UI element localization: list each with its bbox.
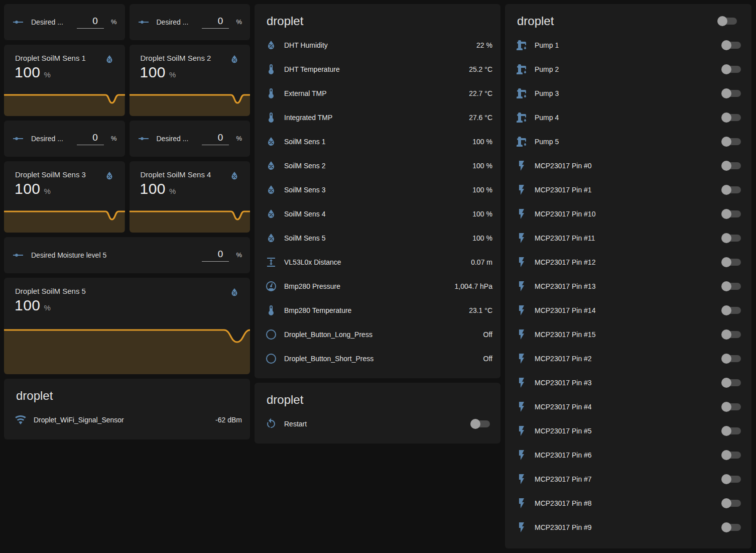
switch-name: MCP23017 Pin #11 (535, 234, 717, 242)
entity-row[interactable]: External TMP 22.7 °C (255, 81, 500, 105)
toggle-switch[interactable] (723, 524, 741, 531)
flash-icon (516, 304, 528, 316)
toggle-switch[interactable] (723, 259, 741, 266)
entity-row[interactable]: Restart (255, 412, 500, 436)
toggle-switch[interactable] (723, 114, 741, 121)
switch-row[interactable]: MCP23017 Pin #3 (505, 371, 751, 395)
entity-value: Off (483, 355, 492, 363)
switch-row[interactable]: Pump 5 (505, 130, 751, 154)
toggle-switch[interactable] (723, 452, 741, 459)
switch-name: MCP23017 Pin #13 (535, 282, 717, 290)
switch-row[interactable]: Pump 1 (505, 33, 751, 57)
toggle-switch[interactable] (723, 66, 741, 73)
entity-row[interactable]: Droplet_Button_Long_Press Off (255, 322, 500, 347)
switch-row[interactable]: MCP23017 Pin #4 (505, 395, 751, 419)
toggle-switch[interactable] (472, 420, 490, 427)
sensor-history-graph (4, 328, 250, 374)
radiobox-blank-icon (265, 328, 277, 341)
sensor-value: 100 (15, 297, 41, 314)
entity-row[interactable]: Integrated TMP 27.6 °C (255, 105, 500, 130)
switch-name: Pump 3 (535, 89, 717, 97)
toggle-switch[interactable] (723, 138, 741, 145)
switch-row[interactable]: MCP23017 Pin #5 (505, 419, 751, 443)
thermometer-icon (265, 63, 277, 75)
water-percent-icon (229, 170, 240, 181)
soil-sensor-card-5[interactable]: Droplet SoilM Sens 5 100 % (4, 278, 250, 374)
switch-row[interactable]: MCP23017 Pin #2 (505, 347, 751, 371)
restart-icon (265, 418, 277, 430)
entity-row[interactable]: DHT Humidity 22 % (255, 33, 500, 57)
toggle-switch[interactable] (723, 42, 741, 49)
switch-row[interactable]: MCP23017 Pin #1 (505, 178, 751, 202)
entity-value: 23.1 °C (469, 306, 492, 314)
card-header: droplet (4, 379, 250, 408)
switch-name: MCP23017 Pin #15 (535, 330, 717, 339)
desired-value-input[interactable]: 0 (202, 132, 229, 145)
toggle-switch[interactable] (723, 210, 741, 217)
soil-sensor-card-1[interactable]: Droplet SoilM Sens 1 100 % (4, 45, 125, 116)
switch-row[interactable]: MCP23017 Pin #13 (505, 274, 751, 298)
switch-row[interactable]: MCP23017 Pin #15 (505, 322, 751, 347)
soil-sensor-card-3[interactable]: Droplet SoilM Sens 3 100 % (4, 161, 125, 233)
flash-icon (516, 328, 528, 341)
toggle-switch[interactable] (723, 90, 741, 97)
switch-row[interactable]: MCP23017 Pin #0 (505, 154, 751, 178)
entity-row[interactable]: Droplet_Button_Short_Press Off (255, 347, 500, 371)
flash-icon (516, 377, 528, 389)
entity-row[interactable]: SoilM Sens 5 100 % (255, 226, 500, 250)
card-title: droplet (517, 14, 713, 28)
entity-row[interactable]: SoilM Sens 2 100 % (255, 154, 500, 178)
entity-row[interactable]: DHT Temperature 25.2 °C (255, 57, 500, 81)
toggle-switch[interactable] (723, 283, 741, 290)
desired-value-input[interactable]: 0 (77, 16, 104, 29)
toggle-all-switch[interactable] (719, 18, 737, 25)
toggle-switch[interactable] (723, 427, 741, 434)
switch-row[interactable]: MCP23017 Pin #9 (505, 515, 751, 539)
toggle-switch[interactable] (723, 307, 741, 314)
toggle-switch[interactable] (723, 476, 741, 483)
toggle-switch[interactable] (723, 403, 741, 410)
switch-row[interactable]: MCP23017 Pin #10 (505, 202, 751, 226)
entity-row[interactable]: Bmp280 Pressure 1,004.7 hPa (255, 274, 500, 298)
entity-name: Bmp280 Pressure (284, 282, 448, 290)
desired-value-input[interactable]: 0 (202, 249, 229, 262)
switch-row[interactable]: Pump 2 (505, 57, 751, 81)
desired-value-input[interactable]: 0 (77, 132, 104, 145)
entity-row[interactable]: Droplet_WiFi_Signal_Sensor -62 dBm (4, 408, 250, 432)
switch-name: MCP23017 Pin #2 (535, 355, 717, 363)
desired-label: Desired Moisture level 5 (31, 251, 195, 259)
sensor-value: 100 (15, 180, 41, 197)
card-title: droplet (267, 14, 488, 28)
water-pump-icon (516, 112, 528, 124)
entity-row[interactable]: VL53L0x Distance 0.07 m (255, 250, 500, 274)
switch-row[interactable]: MCP23017 Pin #11 (505, 226, 751, 250)
switch-row[interactable]: MCP23017 Pin #8 (505, 491, 751, 515)
entity-name: DHT Humidity (284, 41, 470, 49)
desired-moisture-card-5: Desired Moisture level 5 0 % (4, 237, 250, 273)
switch-row[interactable]: MCP23017 Pin #7 (505, 467, 751, 491)
toggle-switch[interactable] (723, 235, 741, 242)
toggle-switch[interactable] (723, 379, 741, 386)
entity-row[interactable]: SoilM Sens 4 100 % (255, 202, 500, 226)
toggle-switch[interactable] (723, 331, 741, 338)
soil-sensor-card-4[interactable]: Droplet SoilM Sens 4 100 % (130, 161, 250, 233)
switch-row[interactable]: MCP23017 Pin #6 (505, 443, 751, 467)
entity-name: External TMP (284, 89, 463, 97)
switch-row[interactable]: MCP23017 Pin #14 (505, 298, 751, 322)
toggle-switch[interactable] (723, 186, 741, 193)
switch-row[interactable]: Pump 4 (505, 105, 751, 130)
toggle-switch[interactable] (723, 162, 741, 169)
entity-row[interactable]: SoilM Sens 1 100 % (255, 130, 500, 154)
desired-value-input[interactable]: 0 (202, 16, 229, 29)
entity-row[interactable]: Bmp280 Temperature 23.1 °C (255, 298, 500, 322)
desired-label: Desired ... (157, 135, 195, 143)
soil-sensor-card-2[interactable]: Droplet SoilM Sens 2 100 % (130, 45, 250, 116)
entity-name: SoilM Sens 5 (284, 234, 466, 242)
toggle-switch[interactable] (723, 500, 741, 507)
entity-name: Restart (284, 420, 466, 428)
toggle-switch[interactable] (723, 355, 741, 362)
entity-row[interactable]: SoilM Sens 3 100 % (255, 178, 500, 202)
sensor-value: 100 (15, 64, 41, 81)
switch-row[interactable]: Pump 3 (505, 81, 751, 105)
switch-row[interactable]: MCP23017 Pin #12 (505, 250, 751, 274)
